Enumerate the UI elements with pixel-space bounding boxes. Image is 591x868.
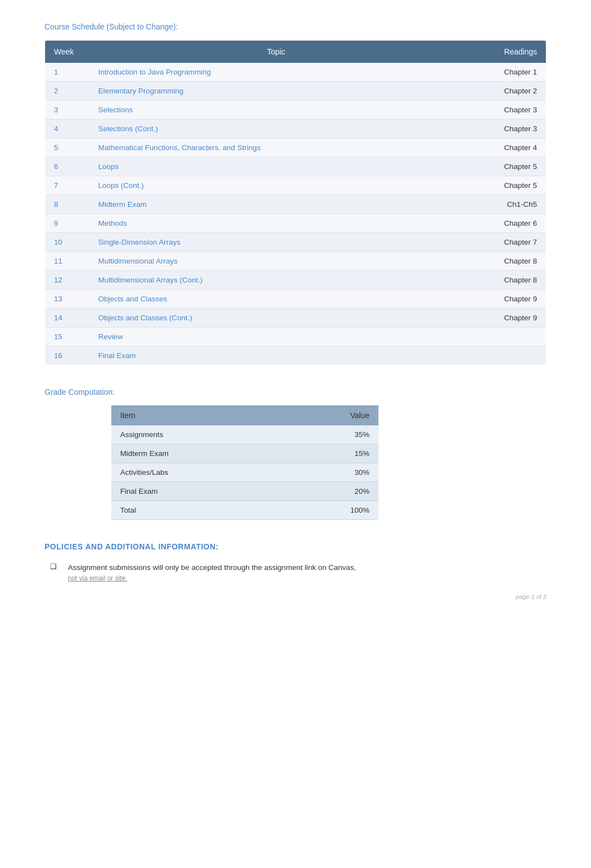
readings-header: Readings xyxy=(463,41,546,63)
week-cell: 2 xyxy=(45,82,90,101)
grade-table-wrapper: Item Value Assignments35%Midterm Exam15%… xyxy=(111,405,546,520)
topic-cell: Multidimensional Arrays xyxy=(90,252,463,271)
topic-cell: Final Exam xyxy=(90,346,463,365)
week-cell: 12 xyxy=(45,271,90,290)
readings-cell: Chapter 3 xyxy=(463,101,546,120)
grade-value-cell: 30% xyxy=(282,463,378,482)
schedule-row: 4Selections (Cont.)Chapter 3 xyxy=(45,120,546,138)
readings-cell: Chapter 9 xyxy=(463,290,546,309)
readings-cell: Chapter 6 xyxy=(463,214,546,233)
schedule-row: 12Multidimensional Arrays (Cont.)Chapter… xyxy=(45,271,546,290)
topic-cell: Methods xyxy=(90,214,463,233)
week-cell: 14 xyxy=(45,309,90,328)
topic-cell: Multidimensional Arrays (Cont.) xyxy=(90,271,463,290)
topic-cell: Selections xyxy=(90,101,463,120)
schedule-section: Course Schedule (Subject to Change): Wee… xyxy=(45,22,546,365)
readings-cell: Ch1-Ch5 xyxy=(463,195,546,214)
topic-cell: Single-Dimension Arrays xyxy=(90,233,463,252)
grade-item-cell: Final Exam xyxy=(111,482,282,501)
week-cell: 5 xyxy=(45,138,90,157)
topic-cell: Objects and Classes xyxy=(90,290,463,309)
readings-cell: Chapter 7 xyxy=(463,233,546,252)
readings-cell: Chapter 2 xyxy=(463,82,546,101)
topic-cell: Objects and Classes (Cont.) xyxy=(90,309,463,328)
grade-row: Assignments35% xyxy=(111,425,378,444)
policies-title: POLICIES AND ADDITIONAL INFORMATION: xyxy=(45,542,546,551)
grade-item-cell: Activities/Labs xyxy=(111,463,282,482)
readings-cell: Chapter 4 xyxy=(463,138,546,157)
policy-text-container: Assignment submissions will only be acce… xyxy=(68,562,356,582)
schedule-row: 10Single-Dimension ArraysChapter 7 xyxy=(45,233,546,252)
policy-item: ❑Assignment submissions will only be acc… xyxy=(45,562,546,582)
policy-text: Assignment submissions will only be acce… xyxy=(68,563,356,572)
schedule-row: 9MethodsChapter 6 xyxy=(45,214,546,233)
week-cell: 15 xyxy=(45,328,90,346)
schedule-row: 14Objects and Classes (Cont.)Chapter 9 xyxy=(45,309,546,328)
grade-row: Total100% xyxy=(111,501,378,520)
topic-cell: Selections (Cont.) xyxy=(90,120,463,138)
week-cell: 7 xyxy=(45,176,90,195)
grade-table: Item Value Assignments35%Midterm Exam15%… xyxy=(111,405,378,520)
policy-subtext: not via email or site. xyxy=(68,574,356,582)
topic-cell: Mathematical Functions, Characters, and … xyxy=(90,138,463,157)
schedule-header-row: Week Topic Readings xyxy=(45,41,546,63)
week-cell: 1 xyxy=(45,63,90,82)
readings-cell: Chapter 8 xyxy=(463,271,546,290)
value-header: Value xyxy=(282,405,378,425)
readings-cell: Chapter 5 xyxy=(463,157,546,176)
readings-cell: Chapter 1 xyxy=(463,63,546,82)
readings-cell: Chapter 8 xyxy=(463,252,546,271)
schedule-row: 11Multidimensional ArraysChapter 8 xyxy=(45,252,546,271)
schedule-row: 7Loops (Cont.)Chapter 5 xyxy=(45,176,546,195)
schedule-table: Week Topic Readings 1Introduction to Jav… xyxy=(45,40,546,365)
week-cell: 9 xyxy=(45,214,90,233)
policies-list: ❑Assignment submissions will only be acc… xyxy=(45,562,546,582)
schedule-title: Course Schedule (Subject to Change): xyxy=(45,22,546,31)
schedule-row: 16Final Exam xyxy=(45,346,546,365)
schedule-row: 6LoopsChapter 5 xyxy=(45,157,546,176)
topic-cell: Review xyxy=(90,328,463,346)
week-cell: 3 xyxy=(45,101,90,120)
topic-cell: Introduction to Java Programming xyxy=(90,63,463,82)
schedule-row: 15Review xyxy=(45,328,546,346)
grade-value-cell: 35% xyxy=(282,425,378,444)
week-cell: 13 xyxy=(45,290,90,309)
schedule-row: 5Mathematical Functions, Characters, and… xyxy=(45,138,546,157)
watermark: page 1 of 2 xyxy=(45,593,546,600)
item-header: Item xyxy=(111,405,282,425)
week-cell: 10 xyxy=(45,233,90,252)
readings-cell xyxy=(463,346,546,365)
policy-bullet: ❑ xyxy=(50,562,61,571)
grade-section: Grade Computation: Item Value Assignment… xyxy=(45,388,546,520)
topic-header: Topic xyxy=(90,41,463,63)
schedule-row: 13Objects and ClassesChapter 9 xyxy=(45,290,546,309)
grade-row: Final Exam20% xyxy=(111,482,378,501)
grade-item-cell: Midterm Exam xyxy=(111,444,282,463)
topic-cell: Loops (Cont.) xyxy=(90,176,463,195)
schedule-row: 3SelectionsChapter 3 xyxy=(45,101,546,120)
topic-cell: Elementary Programming xyxy=(90,82,463,101)
week-cell: 16 xyxy=(45,346,90,365)
grade-value-cell: 20% xyxy=(282,482,378,501)
policies-section: POLICIES AND ADDITIONAL INFORMATION: ❑As… xyxy=(45,542,546,582)
grade-row: Midterm Exam15% xyxy=(111,444,378,463)
schedule-row: 2Elementary ProgrammingChapter 2 xyxy=(45,82,546,101)
topic-cell: Midterm Exam xyxy=(90,195,463,214)
topic-cell: Loops xyxy=(90,157,463,176)
grade-header-row: Item Value xyxy=(111,405,378,425)
readings-cell: Chapter 9 xyxy=(463,309,546,328)
week-cell: 11 xyxy=(45,252,90,271)
readings-cell: Chapter 5 xyxy=(463,176,546,195)
week-cell: 6 xyxy=(45,157,90,176)
readings-cell: Chapter 3 xyxy=(463,120,546,138)
grade-item-cell: Assignments xyxy=(111,425,282,444)
week-cell: 4 xyxy=(45,120,90,138)
schedule-row: 8Midterm ExamCh1-Ch5 xyxy=(45,195,546,214)
schedule-row: 1Introduction to Java ProgrammingChapter… xyxy=(45,63,546,82)
grade-value-cell: 100% xyxy=(282,501,378,520)
readings-cell xyxy=(463,328,546,346)
grade-value-cell: 15% xyxy=(282,444,378,463)
grade-title: Grade Computation: xyxy=(45,388,546,396)
week-header: Week xyxy=(45,41,90,63)
grade-item-cell: Total xyxy=(111,501,282,520)
